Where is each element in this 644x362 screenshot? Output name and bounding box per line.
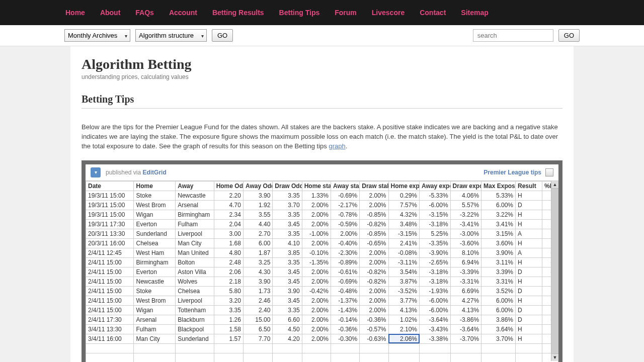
- cell[interactable]: 4.32%: [388, 210, 420, 219]
- cell[interactable]: 2/4/11 15:00: [86, 277, 134, 286]
- cell[interactable]: -3.31%: [450, 277, 481, 286]
- go-button[interactable]: GO: [212, 29, 233, 42]
- cell[interactable]: 1.68: [214, 238, 243, 248]
- cell[interactable]: 1.26: [214, 315, 243, 324]
- nav-sitemap[interactable]: Sitemap: [461, 9, 488, 17]
- cell[interactable]: 2/4/11 17:30: [86, 315, 134, 324]
- cell[interactable]: 2.20: [214, 191, 243, 200]
- cell[interactable]: 6.00%: [481, 200, 516, 210]
- nav-home[interactable]: Home: [65, 9, 85, 17]
- cell[interactable]: 4.27%: [450, 296, 481, 305]
- cell[interactable]: -3.18%: [420, 267, 451, 277]
- cell[interactable]: Man City: [134, 334, 176, 343]
- cell[interactable]: 3.48%: [388, 219, 420, 229]
- cell[interactable]: 3.90: [243, 277, 272, 286]
- cell[interactable]: 2/4/11 15:00: [86, 267, 134, 277]
- cell[interactable]: -1.93%: [420, 286, 451, 296]
- cell[interactable]: 3.00: [214, 229, 243, 238]
- file-link[interactable]: Premier League tips: [484, 169, 541, 176]
- cell[interactable]: -0.08%: [388, 248, 420, 257]
- cell[interactable]: 3.90%: [481, 248, 516, 257]
- table-row-empty[interactable]: [86, 343, 558, 353]
- cell[interactable]: 2.00%: [302, 238, 331, 248]
- cell[interactable]: -3.86%: [450, 315, 481, 324]
- cell[interactable]: 2.00%: [302, 315, 331, 324]
- cell[interactable]: -3.41%: [450, 219, 481, 229]
- col-header[interactable]: Draw stake: [360, 181, 388, 191]
- table-row[interactable]: 19/3/11 17:30EvertonFulham2.044.403.452.…: [86, 219, 558, 229]
- cell[interactable]: Wigan: [134, 305, 176, 315]
- cell[interactable]: 20/3/11 13:30: [86, 229, 134, 238]
- cell[interactable]: 2.00%: [302, 219, 331, 229]
- cell[interactable]: H: [515, 238, 542, 248]
- cell[interactable]: H: [515, 324, 542, 334]
- cell[interactable]: 3.41%: [481, 219, 516, 229]
- cell[interactable]: H: [515, 210, 542, 219]
- col-header[interactable]: Home: [134, 181, 176, 191]
- cell[interactable]: 2.00%: [302, 296, 331, 305]
- cell[interactable]: 2/4/11 15:00: [86, 296, 134, 305]
- nav-account[interactable]: Account: [169, 9, 197, 17]
- col-header[interactable]: Home Odds: [214, 181, 243, 191]
- cell[interactable]: Liverpool: [176, 296, 214, 305]
- cell[interactable]: Bolton: [176, 257, 214, 267]
- cell[interactable]: 6.60: [273, 315, 302, 324]
- cell[interactable]: 5.25%: [420, 229, 451, 238]
- cell[interactable]: 4.30: [243, 267, 272, 277]
- cell[interactable]: -0.69%: [331, 277, 359, 286]
- cell[interactable]: 3.85: [273, 248, 302, 257]
- cell[interactable]: Arsenal: [176, 200, 214, 210]
- cell[interactable]: H: [515, 257, 542, 267]
- algo-select[interactable]: Algorithm structure: [135, 29, 207, 42]
- cell[interactable]: 2.34: [214, 210, 243, 219]
- search-go-button[interactable]: GO: [558, 29, 580, 42]
- cell[interactable]: 3.87%: [388, 277, 420, 286]
- cell[interactable]: -3.11%: [388, 257, 420, 267]
- search-input[interactable]: [473, 29, 553, 42]
- cell[interactable]: 15.00: [243, 315, 272, 324]
- cell[interactable]: 3.45: [273, 277, 302, 286]
- archives-select[interactable]: Monthly Archives: [64, 29, 130, 42]
- cell[interactable]: 3.20: [214, 296, 243, 305]
- col-header[interactable]: Away Odds: [243, 181, 272, 191]
- cell[interactable]: -3.35%: [420, 238, 451, 248]
- popup-icon[interactable]: [545, 168, 553, 176]
- cell[interactable]: -3.38%: [420, 334, 451, 343]
- nav-contact[interactable]: Contact: [420, 9, 446, 17]
- table-row[interactable]: 2/4/11 17:30ArsenalBlackburn1.2615.006.6…: [86, 315, 558, 324]
- cell[interactable]: 2.70: [243, 229, 272, 238]
- cell[interactable]: 3.70: [273, 200, 302, 210]
- cell[interactable]: 2.06: [214, 267, 243, 277]
- scroll-up-icon[interactable]: ▲: [551, 181, 558, 189]
- cell[interactable]: -6.00%: [420, 305, 451, 315]
- cell[interactable]: 1.73: [243, 286, 272, 296]
- cell[interactable]: -3.43%: [420, 324, 451, 334]
- cell[interactable]: -0.48%: [331, 286, 359, 296]
- cell[interactable]: -0.59%: [331, 219, 359, 229]
- cell[interactable]: -3.90%: [420, 248, 451, 257]
- cell[interactable]: Fulham: [176, 219, 214, 229]
- cell[interactable]: -0.36%: [360, 315, 388, 324]
- cell[interactable]: H: [515, 219, 542, 229]
- cell[interactable]: 2/4/11 15:00: [86, 286, 134, 296]
- nav-livescore[interactable]: Livescore: [372, 9, 405, 17]
- col-header[interactable]: Away: [176, 181, 214, 191]
- col-header[interactable]: Result: [515, 181, 542, 191]
- cell[interactable]: Fulham: [134, 324, 176, 334]
- table-row[interactable]: 2/4/11 15:00WiganTottenham3.352.403.352.…: [86, 305, 558, 315]
- cell[interactable]: 2.00%: [360, 296, 388, 305]
- col-header[interactable]: Away exposure: [420, 181, 451, 191]
- cell[interactable]: D: [515, 315, 542, 324]
- col-header[interactable]: Draw exposure: [450, 181, 481, 191]
- cell[interactable]: 2.46: [243, 296, 272, 305]
- table-row-empty[interactable]: [86, 353, 558, 362]
- table-row[interactable]: 2/4/11 12:45West HamMan United4.801.873.…: [86, 248, 558, 257]
- cell[interactable]: -0.89%: [331, 257, 359, 267]
- cell[interactable]: 1.33%: [302, 191, 331, 200]
- cell[interactable]: 2.00%: [360, 286, 388, 296]
- cell[interactable]: -3.70%: [450, 334, 481, 343]
- table-row[interactable]: 3/4/11 16:00Man CitySunderland1.577.704.…: [86, 334, 558, 343]
- col-header[interactable]: Home exposure: [388, 181, 420, 191]
- cell[interactable]: 2.10%: [388, 324, 420, 334]
- cell[interactable]: -1.35%: [302, 257, 331, 267]
